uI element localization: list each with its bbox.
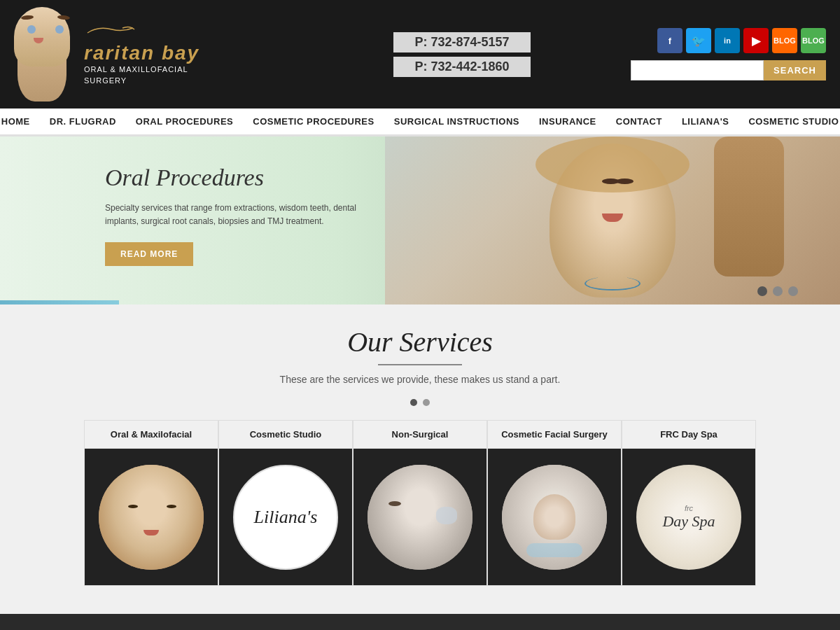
blog2-icon[interactable]: BLOG [801,28,826,53]
nav-contact[interactable]: CONTACT [606,108,672,136]
linkedin-icon[interactable]: in [715,28,740,53]
header: raritan bay ORAL & MAXILLOFACIAL SURGERY… [0,0,840,108]
services-section: Our Services These are the services we p… [0,304,840,614]
hero-read-more-button[interactable]: READ MORE [105,242,193,266]
search-button[interactable]: SEARCH [764,60,826,80]
service-spa-title: FRC Day Spa [622,421,755,449]
service-nonsurgical-title: Non-Surgical [354,421,486,449]
slider-dot-2[interactable] [773,286,783,296]
nav-lilianas[interactable]: LILIANA'S [672,108,739,136]
twitter-icon[interactable]: 🐦 [686,28,711,53]
logo-brand: raritan bay [84,42,200,64]
hero-progress-bar [0,300,119,304]
header-right: f 🐦 in ▶ BLOG BLOG SEARCH [644,28,826,80]
services-nav-dots [14,399,826,406]
hero-content: Oral Procedures Specialty services that … [105,164,371,266]
header-phones: P: 732-874-5157 P: 732-442-1860 [280,32,644,77]
footer-dark: Why Face Dr... [0,614,840,630]
search-input[interactable] [631,60,764,80]
services-title: Our Services [14,326,826,358]
service-cosmetic-title: Cosmetic Studio [219,421,352,449]
hero-slider: Oral Procedures Specialty services that … [0,136,840,304]
service-nonsurgical-image [354,449,486,585]
search-area: SEARCH [631,60,826,80]
logo-area: raritan bay ORAL & MAXILLOFACIAL SURGERY [14,7,280,102]
slider-dots [757,286,798,296]
service-card-facial[interactable]: Cosmetic Facial Surgery [487,420,622,586]
services-dot-2[interactable] [423,399,430,406]
service-cosmetic-image: Liliana's [219,449,352,585]
service-card-nonsurgical[interactable]: Non-Surgical [353,420,487,586]
social-icons: f 🐦 in ▶ BLOG BLOG [657,28,826,53]
slider-dot-1[interactable] [757,286,767,296]
spa-frc-text: frc [662,504,715,512]
facebook-icon[interactable]: f [657,28,682,53]
service-card-cosmetic[interactable]: Cosmetic Studio Liliana's [218,420,353,586]
service-facial-image [488,449,621,585]
spa-main-text: Day Spa [662,512,715,531]
services-underline [378,364,462,365]
slider-dot-3[interactable] [788,286,798,296]
liliana-logo-text: Liliana's [254,507,318,528]
service-oral-image [85,449,218,585]
services-subtitle: These are the services we provide, these… [14,374,826,385]
nav-cosmetic-studio[interactable]: COSMETIC STUDIO [738,108,840,136]
service-oral-title: Oral & Maxilofacial [85,421,218,449]
logo-text: raritan bay ORAL & MAXILLOFACIAL SURGERY [84,22,200,86]
nav-surgical-instructions[interactable]: SURGICAL INSTRUCTIONS [384,108,529,136]
spa-logo: frc Day Spa [662,504,715,531]
hero-description: Specialty services that range from extra… [105,202,371,228]
main-navigation: HOME DR. FLUGRAD ORAL PROCEDURES COSMETI… [0,108,840,136]
nav-dr-flugrad[interactable]: DR. FLUGRAD [40,108,126,136]
service-spa-image: frc Day Spa [622,449,755,585]
phone-2: P: 732-442-1860 [393,57,530,77]
hero-title: Oral Procedures [105,164,371,191]
service-facial-title: Cosmetic Facial Surgery [488,421,621,449]
logo-subtitle-2: SURGERY [84,76,200,86]
logo-subtitle-1: ORAL & MAXILLOFACIAL [84,64,200,75]
phone-1: P: 732-874-5157 [393,32,530,52]
blog1-icon[interactable]: BLOG [772,28,797,53]
nav-cosmetic-procedures[interactable]: COSMETIC PROCEDURES [243,108,384,136]
nav-insurance[interactable]: INSURANCE [529,108,606,136]
service-card-spa[interactable]: FRC Day Spa frc Day Spa [622,420,756,586]
service-card-oral[interactable]: Oral & Maxilofacial [84,420,218,586]
services-grid: Oral & Maxilofacial [14,420,826,586]
youtube-icon[interactable]: ▶ [743,28,769,53]
nav-home[interactable]: HOME [0,108,40,136]
nav-oral-procedures[interactable]: ORAL PROCEDURES [126,108,243,136]
services-dot-1[interactable] [410,399,417,406]
